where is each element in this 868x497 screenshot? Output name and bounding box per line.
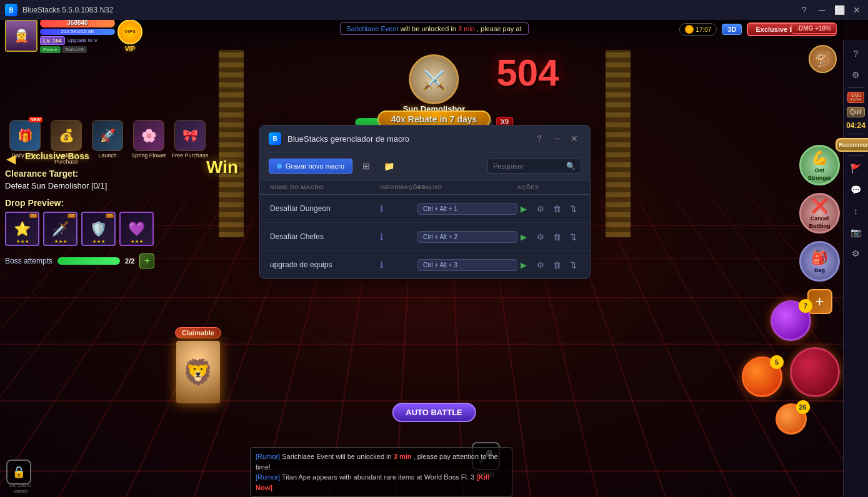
app-logo: B (5, 4, 17, 16)
search-input[interactable] (493, 162, 562, 170)
dmg-bonus-badge: -DMG+10% (847, 92, 864, 103)
info-icon-1[interactable]: ℹ (380, 232, 417, 242)
boss-portrait: ⚔️ (409, 54, 459, 104)
toolbar-folder-btn[interactable]: 📁 (380, 157, 397, 175)
auto-battle-btn[interactable]: AUTO BATTLE (392, 403, 476, 422)
peace-badge: Peace (40, 46, 61, 53)
macro-name-0: Desafiar Dungeon (270, 204, 380, 213)
get-stronger-btn[interactable]: 💪 Get Stronger (799, 145, 840, 185)
play-btn-1[interactable]: ▶ (517, 229, 531, 244)
cancel-bottling-btn[interactable]: ❌ Cancel Bottling (799, 193, 840, 234)
more-btn-1[interactable]: ⇅ (567, 229, 581, 244)
sidebar-arrow-icon[interactable]: ↕ (847, 202, 865, 220)
ball-count-26: 26 (796, 400, 810, 414)
defeat-text: Defeat Sun Demolishor [0/1] (5, 181, 157, 190)
more-btn-0[interactable]: ⇅ (567, 201, 581, 216)
sidebar-chat-icon[interactable]: 💬 (847, 181, 865, 199)
sidebar-settings2-icon[interactable]: ⚙ (847, 245, 865, 262)
action-ball-purple[interactable]: 7 (771, 300, 811, 341)
sidebar-settings-icon[interactable]: ⚙ (847, 66, 865, 84)
hp-value: 212.5K/215.4K (61, 29, 94, 34)
three-d-btn[interactable]: 3D (722, 24, 742, 35)
drop-badge-1: G5 (29, 214, 37, 218)
sidebar-flag-icon[interactable]: 🚩 (847, 160, 865, 177)
vip-icon: VIP4 (117, 20, 142, 44)
actions-cell-2: ▶ ⚙ 🗑 ⇅ (517, 257, 580, 272)
avatar-frame: 🧝 (5, 20, 37, 52)
action-ball-darkred[interactable] (790, 347, 840, 397)
title-minimize-btn[interactable]: ─ (816, 4, 828, 16)
macro-row-2[interactable]: upgrade de equips ℹ Ctrl + Alt + 3 ▶ ⚙ 🗑… (260, 251, 590, 278)
player-stats: 368840 212.5K/215.4K Lv. 164 Upgrade to … (40, 20, 115, 53)
cancel-bottling-icon: ❌ (811, 198, 828, 214)
claimable-area[interactable]: Claimable 🦁 (175, 327, 221, 403)
add-attempts-btn[interactable]: + (139, 253, 154, 268)
dialog-toolbar: Gravar novo macro ⊞ 📁 🔍 (260, 152, 590, 180)
action-ball-orange[interactable]: 26 (776, 403, 807, 435)
launch-icon[interactable]: 🚀 Launch (89, 120, 126, 165)
dialog-minimize-btn[interactable]: ─ (550, 132, 564, 145)
event-name: Sarichiaee Event (346, 25, 398, 32)
title-close-btn[interactable]: ✕ (851, 4, 863, 16)
chat-time-1: 3 min (394, 453, 412, 460)
hp-bar: 212.5K/215.4K (40, 29, 115, 35)
settings-btn-1[interactable]: ⚙ (534, 229, 547, 244)
dialog-table-header: NOME DO MACRO INFORMAÇÕES ATALHO AÇÕES (260, 180, 590, 195)
bag-btn[interactable]: 🎒 Bag (799, 241, 840, 282)
status-badges: Peace Status*0 (40, 46, 115, 53)
spring-flower-label: Spring Flower (131, 152, 166, 159)
monkey-icon: 🐒 (809, 45, 837, 73)
more-btn-2[interactable]: ⇅ (567, 257, 581, 272)
macro-row-0[interactable]: Desafiar Dungeon ℹ Ctrl + Alt + 1 ▶ ⚙ 🗑 … (260, 195, 590, 223)
search-icon: 🔍 (566, 162, 576, 170)
toolbar-grid-btn[interactable]: ⊞ (357, 157, 375, 175)
search-box: 🔍 (487, 159, 581, 174)
drop-badge-3: G5 (106, 214, 114, 218)
dialog-close-btn[interactable]: ✕ (567, 132, 581, 145)
chat-text-1: Sarichiaee Event will be unlocked in (282, 453, 394, 460)
recommend-btn[interactable]: Recommend (836, 138, 869, 152)
info-icon-2[interactable]: ℹ (380, 260, 417, 270)
sidebar-right: ? ⚙ -DMG+10% Quit 04:24 Recommend 🚩 💬 ↕ … (843, 40, 868, 497)
vip-area[interactable]: VIP4 VIP (117, 20, 142, 52)
delete-btn-2[interactable]: 🗑 (551, 257, 564, 272)
record-btn-label: Gravar novo macro (286, 162, 344, 170)
bottling-label: Bottling (809, 223, 831, 229)
chat-rumor-1: [Rumor] (256, 453, 280, 460)
record-macro-btn[interactable]: Gravar novo macro (269, 159, 352, 174)
title-restore-btn[interactable]: ⬜ (833, 4, 846, 16)
actions-cell-0: ▶ ⚙ 🗑 ⇅ (517, 201, 580, 216)
settings-btn-2[interactable]: ⚙ (534, 257, 547, 272)
timer-display: 04:24 (846, 121, 866, 130)
dmg-badge: -DMG +10% (791, 23, 837, 34)
dialog-help-btn[interactable]: ? (532, 132, 546, 145)
launch-label: Launch (98, 152, 117, 159)
title-help-btn[interactable]: ? (798, 4, 811, 16)
spring-flower-icon[interactable]: 🌸 Spring Flower (130, 120, 167, 165)
cancel-label: Cancel (811, 215, 829, 222)
info-icon-0[interactable]: ℹ (380, 204, 417, 214)
daily-offer-img: 🎁 NEW (9, 120, 41, 151)
settings-btn-0[interactable]: ⚙ (534, 201, 547, 216)
title-bar-controls: ? ─ ⬜ ✕ (798, 4, 863, 16)
get-stronger-icon: 💪 (811, 150, 828, 166)
action-ball-fire[interactable]: 5 (742, 357, 782, 397)
sidebar-screenshot-icon[interactable]: 📷 (847, 224, 865, 241)
play-btn-2[interactable]: ▶ (517, 257, 531, 272)
delete-btn-1[interactable]: 🗑 (551, 229, 564, 244)
sidebar-help-icon[interactable]: ? (847, 45, 865, 62)
title-bar: B BlueStacks 5.5.0.1083 N32 ? ─ ⬜ ✕ (0, 0, 868, 20)
shortcut-1: Ctrl + Alt + 2 (417, 231, 517, 243)
big-number: 504 (497, 51, 559, 94)
macro-row-1[interactable]: Desafiar Chefes ℹ Ctrl + Alt + 2 ▶ ⚙ 🗑 ⇅ (260, 223, 590, 251)
play-btn-0[interactable]: ▶ (517, 201, 531, 216)
title-bar-text: BlueStacks 5.5.0.1083 N32 (22, 6, 798, 14)
get-stronger-label2: Stronger (808, 175, 832, 181)
quit-btn[interactable]: Quit (847, 107, 864, 117)
delete-btn-0[interactable]: 🗑 (551, 201, 564, 216)
vip-label: VIP (125, 46, 135, 52)
free-purchase-icon[interactable]: 🎀 Free Purchase (171, 120, 209, 165)
dialog-app-icon: B (269, 132, 281, 145)
right-controls: 💪 Get Stronger ❌ Cancel Bottling 🎒 Bag + (799, 145, 840, 314)
shortcut-0: Ctrl + Alt + 1 (417, 203, 517, 215)
